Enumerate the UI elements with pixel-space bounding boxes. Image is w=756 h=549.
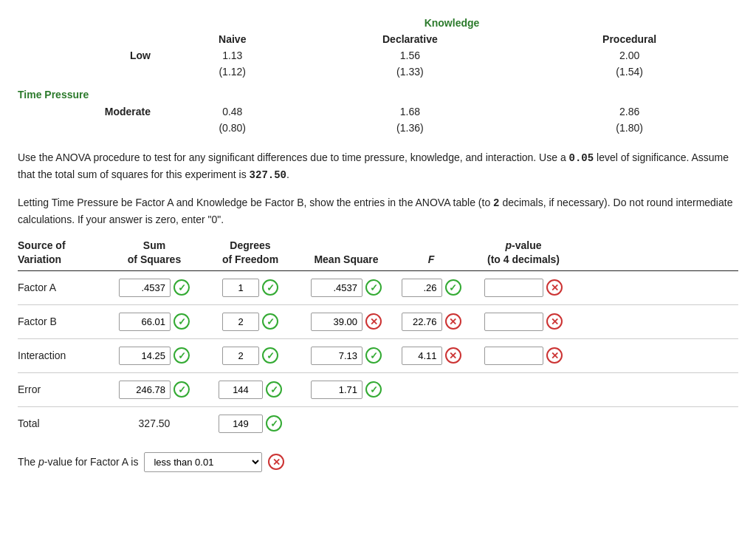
input-interaction-ms[interactable]	[311, 347, 362, 365]
check-icon-factor-b-sum: ✓	[173, 313, 190, 330]
x-icon-pvalue-select: ✕	[268, 454, 284, 470]
header-f: F	[394, 253, 468, 267]
check-icon-factor-a-ms: ✓	[365, 279, 382, 296]
cell-moderate-naive-sub: (0.80)	[165, 120, 300, 136]
total-ss-value: 327.50	[250, 169, 286, 181]
x-icon-interaction-f: ✕	[445, 347, 461, 364]
source-factor-b: Factor B	[18, 316, 106, 327]
x-icon-interaction-pval: ✕	[546, 347, 563, 364]
header-source: Source ofVariation	[18, 239, 106, 267]
anova-row-total: Total 327.50 ✓	[18, 407, 738, 440]
input-factor-a-df[interactable]	[222, 279, 259, 297]
anova-table: Source ofVariation Sumof Squares Degrees…	[18, 239, 738, 440]
input-factor-b-f[interactable]	[402, 313, 442, 331]
x-icon-factor-b-f: ✕	[445, 313, 461, 330]
col-header-declarative: Declarative	[300, 31, 521, 47]
para1: Use the ANOVA procedure to test for any …	[18, 149, 738, 184]
alpha-value: 0.05	[569, 152, 594, 164]
input-factor-b-df[interactable]	[222, 313, 259, 331]
source-factor-a: Factor A	[18, 282, 106, 293]
x-icon-factor-b-pval: ✕	[546, 313, 563, 330]
header-sum: Sumof Squares	[106, 239, 202, 267]
check-icon-error-ms: ✓	[365, 381, 382, 398]
header-pval: p-value(to 4 decimals)	[468, 239, 579, 267]
pvalue-line-text: The p-value for Factor A is	[18, 456, 138, 468]
check-icon-interaction-ms: ✓	[365, 347, 382, 364]
input-factor-a-pval[interactable]	[484, 279, 543, 297]
input-interaction-f[interactable]	[402, 347, 442, 365]
input-error-sum[interactable]	[119, 381, 171, 399]
input-factor-a-sum[interactable]	[119, 279, 171, 297]
para2: Letting Time Pressure be Factor A and Kn…	[18, 194, 738, 228]
total-sum-value: 327.50	[139, 417, 171, 429]
cell-low-naive-sub: (1.12)	[165, 64, 300, 80]
cell-low-declarative-sub: (1.33)	[300, 64, 521, 80]
source-total: Total	[18, 417, 106, 429]
input-interaction-df[interactable]	[222, 347, 259, 365]
anova-row-error: Error ✓ ✓ ✓	[18, 373, 738, 407]
check-icon-factor-a-f: ✓	[445, 279, 461, 296]
header-ms: Mean Square	[298, 253, 394, 267]
cell-moderate-procedural-sub: (1.80)	[520, 120, 738, 136]
input-total-df[interactable]	[219, 415, 263, 433]
anova-row-interaction: Interaction ✓ ✓ ✓ ✕ ✕	[18, 339, 738, 373]
anova-header-row: Source ofVariation Sumof Squares Degrees…	[18, 239, 738, 271]
input-factor-a-ms[interactable]	[311, 279, 362, 297]
source-error: Error	[18, 383, 106, 395]
input-error-df[interactable]	[219, 381, 263, 399]
check-icon-interaction-sum: ✓	[173, 347, 190, 364]
check-icon-interaction-df: ✓	[262, 347, 278, 364]
input-error-ms[interactable]	[311, 381, 362, 399]
cell-low-procedural-sub: (1.54)	[520, 64, 738, 80]
pvalue-line: The p-value for Factor A is less than 0.…	[18, 452, 738, 472]
source-interaction: Interaction	[18, 349, 106, 361]
input-factor-a-f[interactable]	[402, 279, 442, 297]
pvalue-select[interactable]: less than 0.01 0.01 to 0.025 0.025 to 0.…	[144, 452, 262, 472]
col-header-procedural: Procedural	[520, 31, 738, 47]
input-factor-b-ms[interactable]	[311, 313, 362, 331]
time-pressure-section-label: Time Pressure	[18, 80, 738, 103]
anova-row-factor-a: Factor A ✓ ✓ ✓ ✓ ✕	[18, 271, 738, 305]
data-table: Knowledge Naive Declarative Procedural L…	[18, 15, 738, 136]
check-icon-error-df: ✓	[266, 381, 282, 398]
input-factor-b-sum[interactable]	[119, 313, 171, 331]
anova-row-factor-b: Factor B ✓ ✓ ✕ ✕ ✕	[18, 305, 738, 339]
check-icon-factor-b-df: ✓	[262, 313, 278, 330]
cell-low-procedural: 2.00	[520, 47, 738, 64]
cell-low-declarative: 1.56	[300, 47, 521, 64]
header-df: Degreesof Freedom	[202, 239, 298, 267]
check-icon-error-sum: ✓	[173, 381, 190, 398]
input-factor-b-pval[interactable]	[484, 313, 543, 331]
cell-low-naive: 1.13	[165, 47, 300, 64]
col-header-naive: Naive	[165, 31, 300, 47]
check-icon-factor-a-sum: ✓	[173, 279, 190, 296]
row-label-low: Low	[18, 47, 165, 64]
cell-moderate-declarative-sub: (1.36)	[300, 120, 521, 136]
cell-moderate-naive: 0.48	[165, 103, 300, 120]
check-icon-total-df: ✓	[266, 415, 282, 432]
x-icon-factor-a-pval: ✕	[546, 279, 563, 296]
input-interaction-sum[interactable]	[119, 347, 171, 365]
cell-moderate-declarative: 1.68	[300, 103, 521, 120]
row-label-moderate: Moderate	[18, 103, 165, 120]
cell-moderate-procedural: 2.86	[520, 103, 738, 120]
check-icon-factor-a-df: ✓	[262, 279, 278, 296]
knowledge-header: Knowledge	[165, 15, 738, 31]
decimals-value: 2	[493, 197, 499, 209]
x-icon-factor-b-ms: ✕	[365, 313, 382, 330]
input-interaction-pval[interactable]	[484, 347, 543, 365]
